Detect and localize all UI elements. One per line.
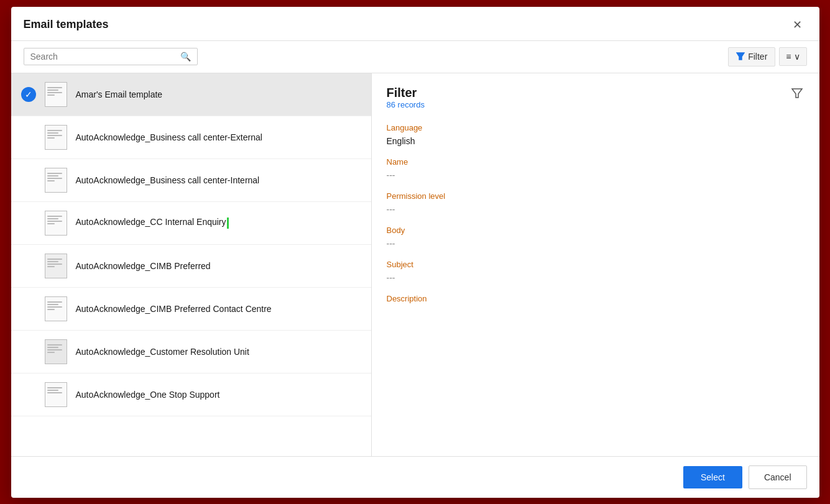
svg-marker-1 (792, 89, 802, 98)
template-icon (45, 125, 67, 150)
filter-title-block: Filter 86 records (387, 86, 425, 121)
template-icon (45, 168, 67, 193)
select-button[interactable]: Select (683, 466, 742, 488)
icon-line (47, 92, 62, 93)
icon-line (47, 221, 62, 222)
icon-line (47, 94, 55, 96)
icon-line (47, 352, 55, 353)
filter-funnel-icon (736, 52, 745, 62)
filter-field-label-description: Description (387, 294, 805, 303)
email-templates-dialog: Email templates ✕ 🔍 Filter ≡ ∨ (11, 7, 819, 498)
filter-field-label-subject: Subject (387, 260, 805, 269)
list-panel: ✓ Amar's Email template (11, 73, 372, 456)
icon-line (47, 135, 62, 136)
sort-button[interactable]: ≡ ∨ (779, 47, 806, 66)
filter-field-label-permission: Permission level (387, 191, 805, 201)
icon-lines (47, 259, 65, 267)
list-item[interactable]: AutoAcknowledge_CIMB Preferred Contact C… (11, 288, 371, 331)
icon-line (47, 344, 62, 346)
filter-field-value-subject: --- (387, 273, 805, 283)
filter-field-value-body: --- (387, 239, 805, 249)
dialog-header: Email templates ✕ (11, 7, 819, 41)
icon-lines (47, 87, 65, 96)
filter-btn-group: Filter ≡ ∨ (728, 47, 806, 66)
dialog-body: ✓ Amar's Email template (11, 73, 819, 456)
icon-line (47, 304, 58, 305)
list-item[interactable]: ✓ Amar's Email template (11, 73, 371, 116)
list-item[interactable]: AutoAcknowledge_CC Internal Enquiry (11, 202, 371, 245)
list-item[interactable]: AutoAcknowledge_Customer Resolution Unit (11, 331, 371, 373)
item-name: Amar's Email template (76, 89, 163, 99)
filter-panel: Filter 86 records Language English Name … (372, 73, 819, 456)
icon-line (47, 263, 62, 265)
template-icon (45, 382, 67, 407)
search-icon-button[interactable]: 🔍 (180, 52, 191, 62)
close-button[interactable]: ✕ (788, 16, 807, 34)
icon-lines (47, 216, 65, 224)
icon-line (47, 218, 58, 219)
icon-line (47, 392, 62, 393)
icon-line (47, 130, 62, 131)
icon-line (47, 87, 62, 88)
template-icon (45, 82, 67, 107)
item-name: AutoAcknowledge_One Stop Support (76, 390, 220, 400)
item-name: AutoAcknowledge_Business call center-Int… (76, 175, 260, 185)
cancel-button[interactable]: Cancel (749, 465, 807, 489)
filter-field-label-language: Language (387, 123, 805, 132)
selected-indicator: ✓ (21, 87, 36, 102)
search-input[interactable] (30, 52, 180, 62)
filter-panel-header: Filter 86 records (387, 86, 805, 121)
toolbar: 🔍 Filter ≡ ∨ (11, 41, 819, 73)
icon-lines (47, 387, 65, 393)
icon-line (47, 223, 55, 224)
icon-line (47, 306, 62, 308)
filter-field-value-name: --- (387, 170, 805, 180)
filter-button[interactable]: Filter (728, 47, 775, 66)
icon-line (47, 173, 62, 174)
item-name: AutoAcknowledge_Business call center-Ext… (76, 132, 262, 142)
icon-lines (47, 344, 65, 353)
icon-line (47, 390, 58, 391)
icon-line (47, 261, 58, 262)
sort-lines-icon: ≡ (786, 52, 791, 62)
icon-lines (47, 301, 65, 310)
filter-field-label-name: Name (387, 157, 805, 167)
icon-line (47, 175, 58, 176)
filter-field-label-body: Body (387, 226, 805, 235)
item-name: AutoAcknowledge_Customer Resolution Unit (76, 347, 249, 357)
icon-line (47, 178, 62, 179)
template-icon (45, 211, 67, 236)
icon-line (47, 309, 55, 310)
icon-line (47, 137, 55, 139)
list-item[interactable]: AutoAcknowledge_CIMB Preferred (11, 245, 371, 288)
item-name: AutoAcknowledge_CIMB Preferred (76, 261, 211, 271)
list-item[interactable]: AutoAcknowledge_Business call center-Ext… (11, 116, 371, 159)
icon-lines (47, 130, 65, 139)
list-item[interactable]: AutoAcknowledge_Business call center-Int… (11, 159, 371, 202)
search-box: 🔍 (24, 48, 198, 65)
template-icon (45, 296, 67, 321)
svg-marker-0 (737, 53, 744, 60)
icon-line (47, 216, 62, 217)
dialog-title: Email templates (24, 18, 109, 31)
list-item[interactable]: AutoAcknowledge_One Stop Support (11, 373, 371, 416)
filter-records-count: 86 records (387, 100, 425, 109)
icon-line (47, 132, 58, 134)
icon-line (47, 301, 62, 303)
search-icon: 🔍 (180, 52, 191, 62)
item-name: AutoAcknowledge_CC Internal Enquiry (76, 217, 229, 228)
checkmark-icon: ✓ (25, 89, 32, 99)
text-cursor (227, 218, 229, 229)
item-name: AutoAcknowledge_CIMB Preferred Contact C… (76, 304, 272, 314)
icon-line (47, 387, 62, 388)
filter-label: Filter (748, 52, 767, 62)
filter-panel-icon-button[interactable] (790, 86, 805, 104)
filter-panel-title: Filter (387, 86, 425, 100)
icon-line (47, 89, 58, 91)
template-icon (45, 339, 67, 364)
icon-line (47, 349, 62, 351)
filter-field-value-permission: --- (387, 204, 805, 214)
icon-line (47, 347, 58, 348)
icon-lines (47, 173, 65, 181)
icon-line (47, 259, 62, 260)
